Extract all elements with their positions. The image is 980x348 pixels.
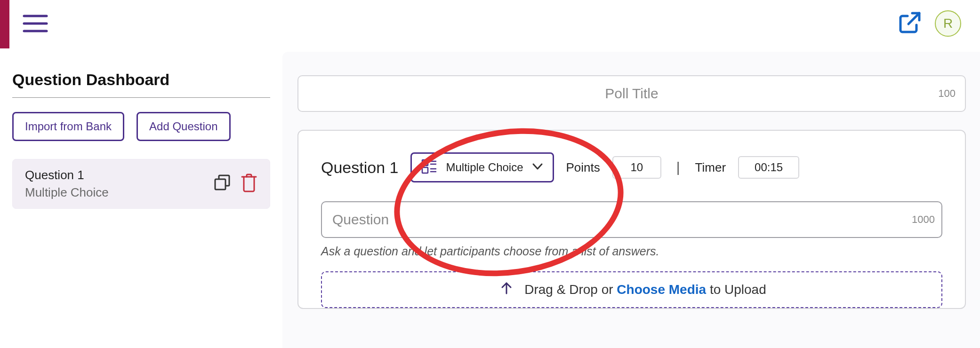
divider: | xyxy=(674,159,683,175)
hamburger-menu-icon[interactable] xyxy=(23,14,48,33)
sidebar-title: Question Dashboard xyxy=(12,71,270,98)
chevron-down-icon xyxy=(532,163,543,172)
question-hint-text: Ask a question and let participants choo… xyxy=(321,245,942,258)
question-card[interactable]: Question 1 Multiple Choice xyxy=(12,159,270,209)
import-from-bank-button[interactable]: Import from Bank xyxy=(12,112,124,141)
points-label: Points xyxy=(566,160,600,175)
duplicate-icon[interactable] xyxy=(213,174,232,194)
question-number-label: Question 1 xyxy=(321,158,398,177)
svg-rect-5 xyxy=(215,179,225,190)
upload-icon xyxy=(497,279,516,300)
main-layout: Question Dashboard Import from Bank Add … xyxy=(0,52,980,348)
question-text-input[interactable] xyxy=(321,201,942,238)
choose-media-link[interactable]: Choose Media xyxy=(617,282,706,297)
media-text-pre: Drag & Drop or xyxy=(524,282,617,297)
sidebar: Question Dashboard Import from Bank Add … xyxy=(0,52,282,348)
question-panel: Question 1 Multiple Choice Points | Time… xyxy=(297,130,966,309)
svg-line-3 xyxy=(908,13,919,24)
question-type-label: Multiple Choice xyxy=(446,161,523,174)
question-card-titles: Question 1 Multiple Choice xyxy=(25,168,109,200)
avatar-initial: R xyxy=(943,16,953,31)
question-type-select[interactable]: Multiple Choice xyxy=(410,152,554,182)
delete-icon[interactable] xyxy=(241,173,257,195)
question-card-actions xyxy=(213,173,257,195)
question-input-wrap: 1000 xyxy=(321,201,942,238)
sidebar-actions: Import from Bank Add Question xyxy=(12,112,270,141)
poll-title-wrap: 100 xyxy=(297,75,966,112)
main-panel: 100 Question 1 Multiple Choice Points | xyxy=(282,52,980,348)
media-text-post: to Upload xyxy=(706,282,766,297)
svg-rect-8 xyxy=(422,167,428,173)
add-question-button[interactable]: Add Question xyxy=(137,112,230,141)
question-card-title: Question 1 xyxy=(25,168,109,182)
timer-input[interactable] xyxy=(738,156,799,179)
question-card-type: Multiple Choice xyxy=(25,185,109,200)
multiple-choice-icon xyxy=(421,158,437,176)
media-dropzone[interactable]: Drag & Drop or Choose Media to Upload xyxy=(321,271,942,308)
question-header-row: Question 1 Multiple Choice Points | Time… xyxy=(321,152,942,182)
points-input[interactable] xyxy=(612,156,661,179)
top-right-controls: R xyxy=(898,10,980,37)
poll-title-input[interactable] xyxy=(297,75,966,112)
top-bar: R xyxy=(0,0,980,47)
avatar[interactable]: R xyxy=(935,10,961,37)
media-drop-text: Drag & Drop or Choose Media to Upload xyxy=(524,282,766,297)
open-external-icon[interactable] xyxy=(898,11,922,36)
brand-sliver xyxy=(0,0,9,48)
timer-label: Timer xyxy=(695,160,726,175)
